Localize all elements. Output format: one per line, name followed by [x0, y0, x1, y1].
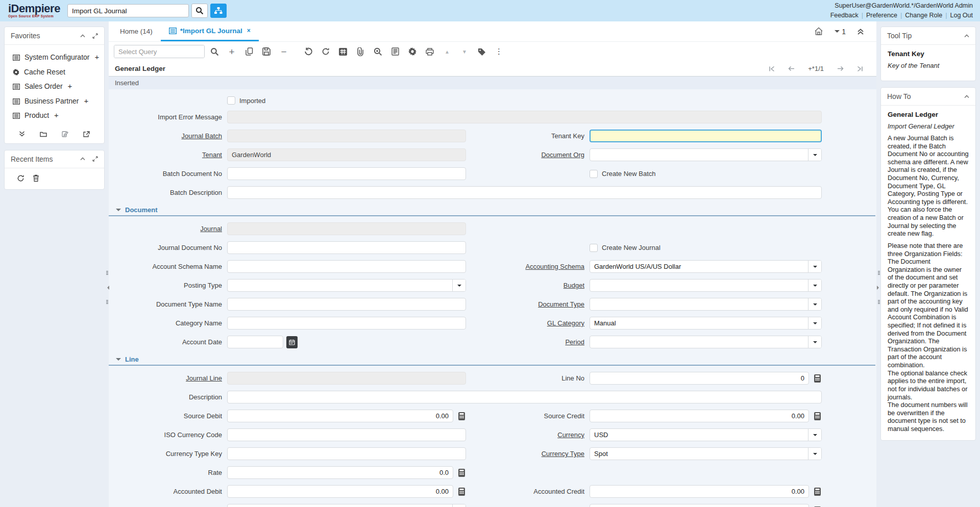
- batch-document-no-field[interactable]: [227, 167, 466, 180]
- calculator-button[interactable]: [813, 486, 822, 497]
- expand-all-icon[interactable]: [19, 131, 25, 137]
- rate-field[interactable]: [227, 466, 453, 479]
- source-credit-field[interactable]: [590, 410, 809, 422]
- period-field[interactable]: [590, 336, 822, 348]
- line-no-field[interactable]: [590, 372, 809, 385]
- currency-type-field[interactable]: [590, 447, 822, 460]
- currency-type-label[interactable]: Currency Type: [542, 450, 584, 458]
- imported-checkbox[interactable]: [227, 96, 235, 105]
- window-count-dropdown[interactable]: 1: [835, 28, 846, 36]
- chevron-down-icon[interactable]: [452, 504, 465, 507]
- create-new-journal-checkbox[interactable]: [590, 244, 598, 252]
- print-button[interactable]: [422, 44, 437, 59]
- accounting-schema-field[interactable]: [590, 260, 822, 273]
- chevron-down-icon[interactable]: [808, 429, 821, 441]
- zoom-across-button[interactable]: [370, 44, 385, 59]
- log-out-link[interactable]: Log Out: [950, 12, 973, 19]
- refresh-icon[interactable]: [17, 174, 24, 182]
- tab-home[interactable]: Home (14): [112, 21, 161, 41]
- journal-line-label[interactable]: Journal Line: [186, 374, 222, 382]
- calculator-button[interactable]: [457, 467, 466, 478]
- currency-type-key-field[interactable]: [227, 447, 466, 460]
- undo-button[interactable]: [301, 44, 316, 59]
- create-new-batch-checkbox[interactable]: [590, 170, 598, 178]
- iso-currency-code-field[interactable]: [227, 428, 466, 441]
- select-query-combo[interactable]: [114, 45, 205, 58]
- new-record-button[interactable]: +: [224, 44, 239, 59]
- expand-panel-icon[interactable]: [92, 156, 98, 162]
- calculator-button[interactable]: [813, 373, 822, 384]
- category-name-field[interactable]: [227, 317, 466, 329]
- preference-link[interactable]: Preference: [866, 12, 897, 19]
- tenant-label[interactable]: Tenant: [202, 151, 222, 159]
- calculator-button[interactable]: [813, 505, 822, 507]
- document-org-label[interactable]: Document Org: [541, 151, 584, 159]
- home-icon[interactable]: [814, 27, 823, 36]
- grid-toggle-button[interactable]: [335, 44, 351, 59]
- find-record-button[interactable]: [207, 44, 222, 59]
- tab-import-gl-journal[interactable]: *Import GL Journal ×: [161, 21, 259, 41]
- process-button[interactable]: [405, 44, 420, 59]
- accounted-debit-field[interactable]: [227, 485, 453, 498]
- accounted-credit-field[interactable]: [590, 485, 809, 498]
- select-query-input[interactable]: [114, 45, 205, 58]
- chevron-down-icon[interactable]: [808, 298, 821, 310]
- chevron-down-icon[interactable]: [808, 448, 821, 460]
- change-role-link[interactable]: Change Role: [905, 12, 942, 19]
- batch-description-field[interactable]: [227, 186, 822, 199]
- chevron-down-icon[interactable]: [808, 280, 821, 291]
- period-label[interactable]: Period: [565, 338, 584, 346]
- share-icon[interactable]: [83, 131, 90, 137]
- calendar-button[interactable]: [286, 336, 298, 348]
- favorite-item-cache-reset[interactable]: Cache Reset: [8, 65, 101, 80]
- source-debit-field[interactable]: [227, 410, 453, 422]
- chevron-down-icon[interactable]: [808, 336, 821, 348]
- copy-record-button[interactable]: [241, 44, 257, 59]
- quantity-field[interactable]: [590, 504, 809, 507]
- add-favorite-node[interactable]: +: [54, 111, 59, 119]
- menu-lookup-button[interactable]: [210, 4, 227, 18]
- currency-label[interactable]: Currency: [557, 431, 584, 439]
- favorite-item-sales-order[interactable]: Sales Order +: [8, 79, 101, 94]
- line-section-header[interactable]: Line: [109, 354, 875, 366]
- calculator-button[interactable]: [457, 486, 466, 497]
- favorite-item-business-partner[interactable]: Business Partner +: [8, 94, 101, 109]
- journal-batch-label[interactable]: Journal Batch: [182, 132, 223, 140]
- more-actions-button[interactable]: ⋮: [492, 44, 507, 59]
- chevron-down-icon[interactable]: [808, 149, 821, 161]
- edit-document-icon[interactable]: [62, 131, 68, 137]
- budget-field[interactable]: [590, 279, 822, 292]
- gl-category-label[interactable]: GL Category: [547, 319, 584, 327]
- search-button[interactable]: [191, 4, 208, 18]
- expand-panel-icon[interactable]: [92, 33, 98, 39]
- left-splitter[interactable]: [105, 21, 109, 507]
- global-search-input[interactable]: [67, 4, 189, 17]
- budget-label[interactable]: Budget: [564, 282, 584, 289]
- chevron-down-icon[interactable]: [452, 280, 465, 291]
- delete-record-button[interactable]: −: [276, 44, 291, 59]
- tenant-key-field[interactable]: [590, 130, 822, 142]
- chevron-down-icon[interactable]: [808, 261, 821, 272]
- collapse-panel-icon[interactable]: [80, 33, 85, 39]
- gl-category-field[interactable]: [590, 317, 822, 329]
- document-type-label[interactable]: Document Type: [538, 300, 584, 308]
- accounting-schema-label[interactable]: Accounting Schema: [525, 263, 584, 270]
- previous-record-icon[interactable]: [788, 66, 795, 71]
- favorite-item-system-configurator[interactable]: System Configurator +: [8, 50, 101, 65]
- first-record-icon[interactable]: [769, 66, 775, 72]
- document-section-header[interactable]: Document: [109, 205, 875, 216]
- last-record-icon[interactable]: [857, 66, 863, 72]
- collapse-panel-icon[interactable]: [80, 156, 85, 162]
- feedback-link[interactable]: Feedback: [830, 12, 859, 19]
- document-org-field[interactable]: [590, 148, 822, 161]
- account-date-field[interactable]: [227, 336, 283, 348]
- add-favorite-node[interactable]: +: [84, 96, 88, 105]
- label-button[interactable]: [474, 44, 489, 59]
- parent-record-button[interactable]: ▲: [439, 44, 455, 59]
- uom-field[interactable]: [227, 504, 466, 507]
- document-type-name-field[interactable]: [227, 298, 466, 311]
- calculator-button[interactable]: [457, 411, 466, 422]
- account-schema-name-field[interactable]: [227, 260, 466, 273]
- collapse-panel-icon[interactable]: [964, 34, 969, 38]
- detail-record-button[interactable]: ▼: [457, 44, 472, 59]
